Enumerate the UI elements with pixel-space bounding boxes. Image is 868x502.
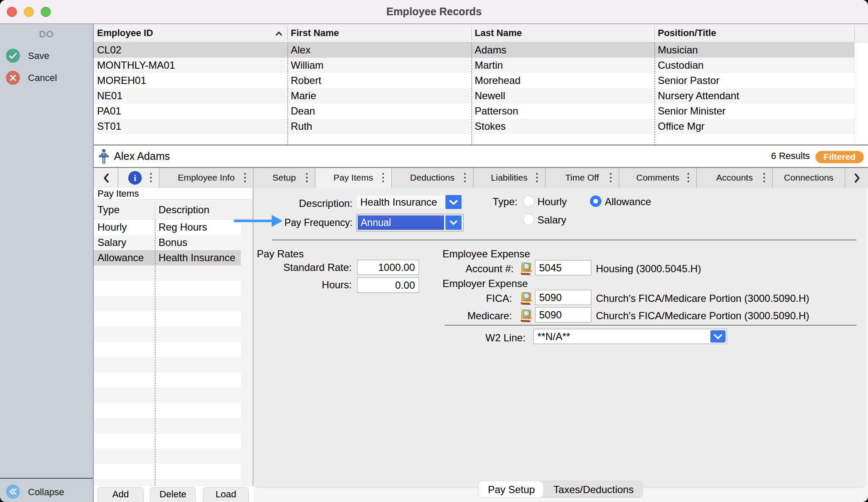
svg-text:i: i	[134, 173, 136, 183]
